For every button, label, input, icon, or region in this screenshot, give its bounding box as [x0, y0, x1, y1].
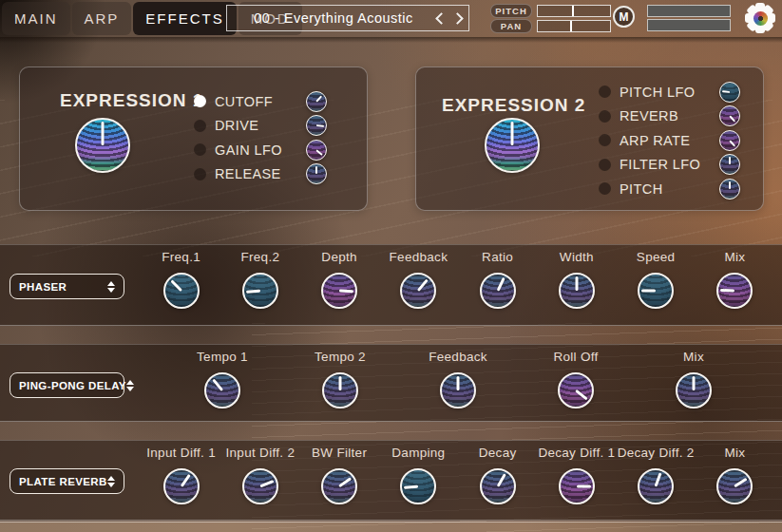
knob-label: Speed	[637, 250, 676, 266]
knob-pointer	[575, 390, 588, 401]
knob-ping-pong-delay-mix[interactable]	[676, 372, 712, 408]
effect-selector-phaser[interactable]: PHASER	[10, 274, 124, 299]
previous-preset-icon[interactable]	[435, 12, 448, 25]
updown-arrows-icon	[126, 380, 134, 391]
knob-phaser-freq-1[interactable]	[163, 273, 200, 309]
knob-cell-mix: Mix	[635, 350, 753, 408]
knob-pointer	[720, 289, 734, 293]
knob-plate-reverb-input-diff-1[interactable]	[163, 468, 200, 504]
amount-knob-drive[interactable]	[306, 115, 327, 136]
knob-label: Decay	[479, 446, 517, 462]
preset-nav	[437, 6, 462, 30]
amount-knob-reverb[interactable]	[719, 105, 740, 126]
amount-knob-cutoff[interactable]	[306, 91, 327, 112]
knob-plate-reverb-input-diff-2[interactable]	[242, 468, 278, 504]
knob-pointer	[315, 149, 322, 156]
assignment-label: ARP RATE	[620, 133, 711, 148]
assignment-label: FILTER LFO	[620, 157, 711, 172]
pan-label: PAN	[490, 19, 532, 33]
radio-release[interactable]	[194, 168, 206, 180]
knob-phaser-speed[interactable]	[638, 273, 674, 309]
amount-knob-pitch[interactable]	[719, 179, 740, 200]
radio-drive[interactable]	[194, 120, 206, 132]
knob-phaser-ratio[interactable]	[480, 273, 516, 309]
tab-effects[interactable]: EFFECTS	[133, 2, 236, 35]
knob-ping-pong-delay-tempo-2[interactable]	[322, 372, 358, 408]
knob-label: Depth	[321, 250, 357, 266]
radio-reverb[interactable]	[599, 110, 611, 123]
radio-filter-lfo[interactable]	[599, 159, 611, 171]
effect-selector-label: PLATE REVERB	[19, 476, 107, 487]
amount-knob-release[interactable]	[306, 163, 327, 184]
tab-arp[interactable]: ARP	[72, 2, 132, 35]
slider-handle[interactable]	[572, 6, 574, 16]
knob-plate-reverb-decay-diff-1[interactable]	[559, 468, 595, 504]
knob-pointer	[315, 166, 317, 174]
assignment-row: DRIVE	[194, 114, 327, 139]
panel-title: EXPRESSION 1	[60, 90, 203, 111]
knob-phaser-width[interactable]	[559, 273, 595, 309]
settings-gear-icon[interactable]	[744, 2, 776, 34]
knob-cell-feedback: Feedback	[379, 250, 458, 309]
knob-cell-decay-diff-1: Decay Diff. 1	[537, 446, 616, 504]
knob-plate-reverb-decay-diff-2[interactable]	[638, 468, 674, 504]
pitch-slider[interactable]	[537, 5, 611, 17]
amount-knob-filter-lfo[interactable]	[719, 154, 740, 175]
radio-arp-rate[interactable]	[599, 134, 611, 146]
assignment-row: RELEASE	[194, 162, 327, 187]
knob-phaser-mix[interactable]	[716, 273, 753, 309]
knob-cell-width: Width	[537, 250, 616, 309]
slider-handle[interactable]	[570, 21, 572, 31]
knob-phaser-feedback[interactable]	[400, 273, 436, 309]
knob-row: Freq.1Freq.2DepthFeedbackRatioWidthSpeed…	[142, 250, 774, 309]
knob-cell-tempo-2: Tempo 2	[281, 350, 399, 408]
knob-pointer	[729, 140, 735, 146]
radio-gain-lfo[interactable]	[194, 143, 206, 156]
knob-label: Width	[560, 250, 594, 266]
knob-label: Damping	[391, 446, 445, 462]
knob-pointer	[655, 472, 662, 486]
expression-2-main-knob[interactable]	[485, 118, 540, 173]
knob-pointer	[693, 376, 696, 390]
knob-ping-pong-delay-tempo-1[interactable]	[204, 372, 240, 408]
effect-selector-plate-reverb[interactable]: PLATE REVERB	[10, 468, 124, 494]
topbar-shadow	[0, 37, 782, 43]
knob-cell-damping: Damping	[379, 446, 458, 504]
knob-pointer	[734, 478, 748, 487]
tab-main[interactable]: MAIN	[2, 2, 70, 35]
knob-plate-reverb-mix[interactable]	[716, 468, 753, 504]
knob-ping-pong-delay-feedback[interactable]	[440, 372, 476, 408]
mute-button[interactable]: M	[613, 6, 635, 28]
assignment-row: ARP RATE	[599, 128, 740, 153]
knob-phaser-depth[interactable]	[321, 273, 357, 309]
amount-knob-pitch-lfo[interactable]	[719, 82, 740, 103]
radio-pitch-lfo[interactable]	[599, 86, 611, 98]
preset-selector[interactable]: 00 - Everything Acoustic	[226, 5, 469, 31]
knob-label: Freq.2	[240, 250, 279, 266]
assignment-label: PITCH LFO	[620, 85, 711, 100]
knob-phaser-freq-2[interactable]	[242, 273, 278, 309]
knob-row: Tempo 1Tempo 2FeedbackRoll OffMix	[163, 350, 753, 408]
updown-arrows-icon	[107, 476, 115, 487]
radio-pitch[interactable]	[599, 182, 611, 195]
knob-ping-pong-delay-roll-off[interactable]	[558, 372, 594, 408]
knob-pointer	[212, 379, 223, 391]
expression-1-main-knob[interactable]	[75, 118, 130, 173]
amount-knob-gain-lfo[interactable]	[306, 140, 327, 161]
knob-cell-mix: Mix	[696, 250, 774, 309]
effect-selector-ping-pong-delay[interactable]: PING-PONG DELAY	[10, 372, 124, 398]
knob-pointer	[511, 122, 514, 145]
knob-plate-reverb-damping[interactable]	[400, 468, 436, 504]
expression-panel-1: EXPRESSION 1CUTOFFDRIVEGAIN LFORELEASE	[19, 66, 368, 211]
radio-cutoff[interactable]	[194, 95, 206, 107]
preset-name: 00 - Everything Acoustic	[254, 10, 413, 26]
knob-cell-mix: Mix	[696, 446, 774, 504]
knob-plate-reverb-bw-filter[interactable]	[321, 468, 357, 504]
knob-plate-reverb-decay[interactable]	[480, 468, 516, 504]
knob-pointer	[170, 279, 182, 292]
effect-selector-label: PING-PONG DELAY	[19, 380, 126, 391]
pan-slider[interactable]	[537, 20, 611, 32]
knob-pointer	[729, 116, 735, 123]
next-preset-icon[interactable]	[451, 12, 464, 25]
amount-knob-arp-rate[interactable]	[719, 130, 740, 151]
